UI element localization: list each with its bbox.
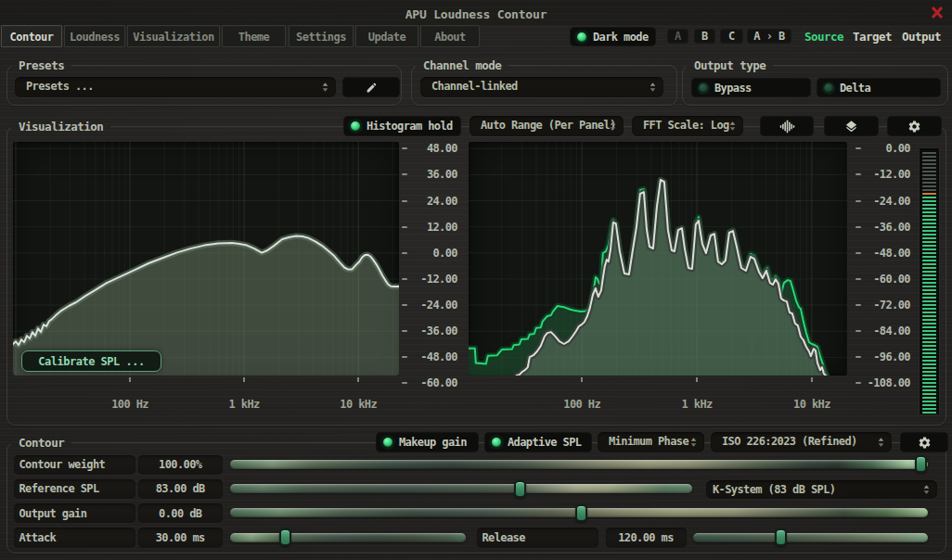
- x-axis-tick: [811, 377, 813, 382]
- y-axis-label: -48.00: [856, 247, 910, 260]
- meter-segment: [922, 308, 936, 310]
- tab-theme[interactable]: Theme: [222, 25, 286, 47]
- contour-settings-button[interactable]: [900, 432, 948, 452]
- standard-dropdown[interactable]: ISO 226:2023 (Refined): [711, 432, 892, 452]
- plugin-window: APU Loudness Contour ContourLoudnessVisu…: [0, 0, 952, 560]
- tab-settings[interactable]: Settings: [289, 25, 354, 47]
- updown-arrows-icon: [610, 121, 616, 132]
- meter-segment: [922, 248, 936, 250]
- meter-segment: [922, 375, 936, 376]
- attack-value[interactable]: 30.00 ms: [138, 528, 223, 548]
- attack-slider[interactable]: [230, 533, 466, 542]
- k-system-dropdown[interactable]: K-System (83 dB SPL): [706, 480, 937, 499]
- contour-weight-value[interactable]: 100.00%: [138, 455, 223, 476]
- meter-segment: [922, 271, 936, 273]
- channel-mode-value: Channel-linked: [431, 77, 663, 96]
- reference-spl-slider-handle[interactable]: [514, 480, 526, 498]
- contour-plot-panel[interactable]: [13, 142, 399, 375]
- updown-arrows-icon: [690, 437, 697, 448]
- output-gain-value[interactable]: 0.00 dB: [138, 503, 223, 524]
- snapshot-button-1[interactable]: A: [667, 29, 689, 44]
- fft-scale-dropdown[interactable]: FFT Scale: Log: [632, 116, 743, 136]
- bypass-toggle[interactable]: Bypass: [691, 78, 811, 97]
- delta-toggle[interactable]: Delta: [817, 78, 941, 97]
- release-label: Release: [477, 528, 598, 548]
- adaptive-spl-toggle[interactable]: Adaptive SPL: [484, 432, 592, 452]
- close-icon[interactable]: [931, 6, 944, 19]
- layers-view-button[interactable]: [824, 116, 879, 136]
- meter-segment: [922, 223, 936, 224]
- meter-segment: [922, 156, 936, 158]
- meter-segment: [922, 263, 936, 265]
- output-gain-slider-handle[interactable]: [575, 504, 587, 522]
- meter-segment: [922, 326, 936, 328]
- reference-spl-value[interactable]: 83.00 dB: [138, 479, 223, 500]
- meter-segment: [922, 341, 936, 343]
- reference-spl-slider[interactable]: [230, 484, 692, 493]
- x-axis-tick: [696, 377, 698, 382]
- tab-loudness[interactable]: Loudness: [64, 25, 125, 47]
- makeup-gain-toggle[interactable]: Makeup gain: [376, 432, 479, 452]
- presets-group: Presets Presets ...: [6, 65, 402, 106]
- tab-about[interactable]: About: [420, 25, 480, 47]
- x-axis-label: 100 Hz: [97, 398, 162, 411]
- monitor-target[interactable]: Target: [846, 25, 898, 47]
- pencil-icon: [366, 82, 378, 94]
- contour-weight-slider-handle[interactable]: [915, 455, 927, 473]
- x-axis-label: 1 kHz: [212, 398, 277, 411]
- meter-segment: [922, 163, 936, 165]
- meter-segment: [922, 363, 936, 365]
- y-axis-label: -36.00: [856, 221, 910, 234]
- meter-segment: [922, 393, 936, 395]
- release-slider-handle[interactable]: [775, 528, 787, 546]
- meter-segment: [922, 356, 936, 358]
- spectrum-plot-panel[interactable]: [469, 142, 847, 375]
- meter-segment: [922, 312, 936, 313]
- output-type-legend: Output type: [687, 57, 773, 74]
- waveform-view-button[interactable]: [760, 116, 814, 136]
- updown-arrows-icon: [322, 82, 328, 93]
- meter-segment: [922, 367, 936, 369]
- visualization-settings-button[interactable]: [887, 116, 942, 136]
- presets-dropdown[interactable]: Presets ...: [15, 77, 336, 97]
- dark-mode-toggle[interactable]: Dark mode: [570, 27, 656, 46]
- calibrate-spl-button[interactable]: Calibrate SPL ...: [21, 350, 161, 372]
- output-gain-label: Output gain: [14, 503, 135, 524]
- meter-segment: [922, 245, 936, 247]
- meter-segment: [922, 171, 936, 172]
- tab-update[interactable]: Update: [355, 25, 418, 47]
- tab-contour[interactable]: Contour: [1, 25, 62, 47]
- meter-segment: [922, 211, 936, 213]
- delta-led-icon: [824, 83, 833, 93]
- preset-edit-button[interactable]: [342, 77, 400, 97]
- channel-mode-dropdown[interactable]: Channel-linked: [420, 77, 663, 97]
- makeup-gain-label: Makeup gain: [399, 436, 467, 449]
- channel-mode-legend: Channel mode: [416, 57, 508, 74]
- histogram-hold-toggle[interactable]: Histogram hold: [343, 116, 461, 136]
- contour-weight-slider[interactable]: [230, 460, 928, 469]
- meter-segment: [922, 389, 936, 391]
- meter-segment: [922, 200, 936, 202]
- meter-segment: [922, 256, 936, 258]
- makeup-gain-led-icon: [383, 438, 392, 447]
- snapshot-button-4[interactable]: A › B: [747, 29, 791, 44]
- meter-segment: [922, 178, 936, 180]
- meter-segment: [922, 330, 936, 332]
- release-slider[interactable]: [693, 533, 928, 542]
- window-title: APU Loudness Contour: [0, 2, 952, 27]
- snapshot-button-3[interactable]: C: [720, 29, 743, 44]
- phase-dropdown[interactable]: Minimum Phase: [598, 432, 704, 452]
- fft-scale-value: FFT Scale: Log: [643, 116, 743, 135]
- meter-segment: [922, 334, 936, 336]
- y-axis-label: -72.00: [856, 299, 910, 312]
- attack-slider-handle[interactable]: [279, 528, 291, 546]
- monitor-output[interactable]: Output: [894, 25, 948, 47]
- snapshot-button-2[interactable]: B: [694, 29, 716, 44]
- tab-visualization[interactable]: Visualization: [127, 25, 220, 47]
- output-gain-slider[interactable]: [230, 508, 928, 517]
- release-value[interactable]: 120.00 ms: [606, 528, 687, 548]
- meter-segment: [922, 204, 936, 206]
- monitor-source[interactable]: Source: [798, 25, 850, 47]
- auto-range-dropdown[interactable]: Auto Range (Per Panel): [470, 116, 624, 136]
- y-axis-label: -48.00: [402, 350, 457, 363]
